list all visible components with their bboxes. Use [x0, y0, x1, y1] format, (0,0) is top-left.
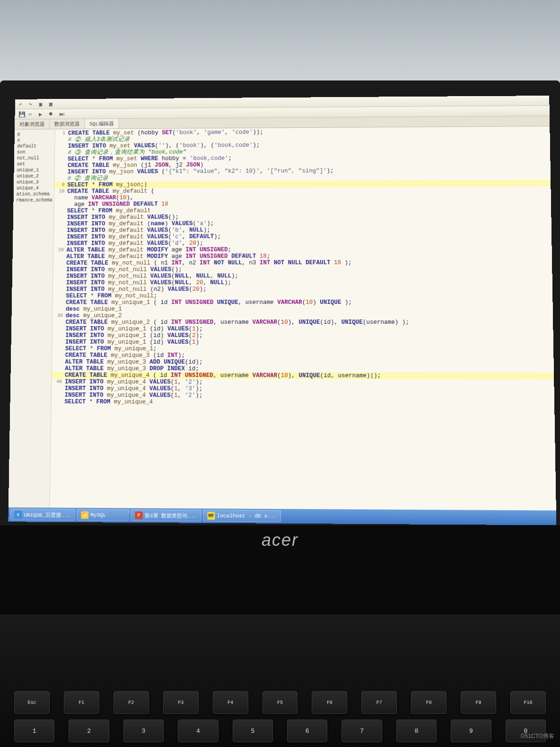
tab-sql-editor[interactable]: SQL编辑器 — [85, 119, 119, 129]
key-3[interactable]: 3 — [123, 720, 164, 742]
key-f1[interactable]: F1 — [64, 691, 99, 714]
line-number: 40 — [52, 379, 65, 385]
taskbar-item[interactable]: eUNIQUE_百度搜... — [10, 509, 75, 521]
folder-icon: 📁 — [81, 511, 88, 519]
key-f6[interactable]: F6 — [312, 691, 347, 714]
sidebar-item-ation_schema[interactable]: ation_schema — [14, 191, 54, 197]
code-line[interactable]: INSERT INTO my_unique_1 (id) VALUES(2); — [52, 332, 553, 339]
key-6[interactable]: 6 — [287, 720, 327, 742]
code-line[interactable]: desc my_unique_1 — [52, 306, 553, 312]
key-f5[interactable]: F5 — [262, 691, 298, 714]
sidebar-item-unique_1[interactable]: unique_1 — [14, 167, 54, 173]
cut-icon[interactable]: ✂ — [29, 111, 35, 117]
key-f10[interactable]: F10 — [510, 691, 546, 714]
line-number — [53, 240, 67, 247]
sidebar-item-rmance_schema[interactable]: rmance_schema — [13, 197, 53, 204]
code-line[interactable]: SELECT * FROM my_not_null; — [53, 293, 553, 300]
line-number — [54, 169, 68, 176]
monitor-frame: ↶ ↷ ▣ ▦ 💾 ✂ ▶ ■ ⏭ 对象浏览器 数据浏览器 SQL编辑器 psd… — [0, 80, 560, 525]
key-8[interactable]: 8 — [396, 720, 437, 742]
code-text: desc my_unique_2 — [66, 312, 553, 319]
key-f4[interactable]: F4 — [213, 691, 248, 714]
line-number — [55, 162, 68, 169]
key-f2[interactable]: F2 — [114, 691, 149, 714]
code-line[interactable]: INSERT INTO my_unique_1 (id) VALUES(1); — [52, 326, 553, 332]
line-number — [52, 392, 65, 399]
tab-object-browser[interactable]: 对象浏览器 — [15, 119, 50, 129]
key-2[interactable]: 2 — [69, 720, 109, 742]
line-number — [52, 332, 66, 339]
taskbar-item[interactable]: P第3章 数据类型与... — [131, 509, 201, 521]
code-text: INSERT INTO my_not_null VALUES(NULL, NUL… — [66, 272, 552, 279]
line-number: 20 — [53, 247, 67, 254]
code-line[interactable]: SELECT * FROM my_unique_4 — [52, 399, 555, 407]
line-number — [55, 156, 68, 162]
code-editor[interactable]: 1CREATE TABLE my_set (hobby SET('book', … — [50, 126, 556, 510]
key-esc[interactable]: Esc — [14, 691, 50, 714]
key-5[interactable]: 5 — [233, 720, 273, 742]
key-4[interactable]: 4 — [178, 720, 218, 742]
keyboard-fn-row: EscF1F2F3F4F5F6F7F8F9F10 — [14, 691, 546, 714]
ppt-icon: P — [135, 511, 142, 519]
copy-icon[interactable]: ▣ — [39, 101, 45, 107]
line-number — [53, 299, 66, 306]
redo-icon[interactable]: ↷ — [29, 101, 35, 107]
code-text: INSERT INTO my_not_null VALUES(NULL, 20,… — [66, 279, 552, 286]
line-number — [52, 339, 65, 346]
tab-data-browser[interactable]: 数据浏览器 — [50, 119, 85, 129]
line-number — [54, 227, 67, 234]
stop-icon[interactable]: ■ — [49, 111, 55, 117]
code-line[interactable]: CREATE TABLE my_unique_3 (id INT); — [52, 352, 554, 359]
step-icon[interactable]: ⏭ — [59, 111, 66, 117]
line-number — [55, 150, 68, 156]
code-text: ALTER TABLE my_unique_3 DROP INDEX id; — [65, 365, 554, 373]
code-line[interactable]: SELECT * FROM my_unique_1; — [52, 346, 553, 353]
sidebar-item-son[interactable]: son — [14, 149, 54, 155]
taskbar-item[interactable]: MFlocalhost - db s... — [203, 510, 281, 522]
sidebar-item-default[interactable]: default — [14, 143, 54, 149]
key-f7[interactable]: F7 — [361, 691, 397, 714]
code-text: CREATE TABLE my_unique_3 (id INT); — [65, 352, 554, 359]
mf-icon: MF — [207, 512, 215, 519]
code-line[interactable]: INSERT INTO my_not_null VALUES(NULL, 20,… — [53, 279, 552, 286]
sidebar-item-set[interactable]: set — [14, 161, 54, 167]
code-text: SELECT * FROM my_not_null; — [66, 293, 552, 300]
line-number — [54, 208, 67, 214]
sidebar-item-not_null[interactable]: not_null — [14, 155, 54, 161]
sidebar-item-unique_2[interactable]: unique_2 — [14, 173, 54, 179]
code-line[interactable]: INSERT INTO my_unique_1 (id) VALUES(1) — [52, 339, 553, 346]
run-icon[interactable]: ▶ — [39, 111, 45, 117]
code-line[interactable]: INSERT INTO my_not_null VALUES(NULL, NUL… — [53, 272, 552, 279]
key-1[interactable]: 1 — [14, 720, 54, 742]
line-number — [53, 260, 67, 267]
key-7[interactable]: 7 — [341, 720, 382, 742]
line-number — [53, 280, 66, 286]
taskbar-item[interactable]: 📁MySQL — [77, 509, 129, 521]
key-9[interactable]: 9 — [451, 720, 491, 742]
sidebar-item-unique_4[interactable]: unique_4 — [14, 185, 54, 191]
paste-icon[interactable]: ▦ — [49, 101, 56, 107]
line-number — [55, 143, 68, 150]
line-number — [54, 201, 67, 208]
line-number — [52, 372, 65, 379]
key-f3[interactable]: F3 — [163, 691, 199, 714]
key-f8[interactable]: F8 — [411, 691, 446, 714]
key-f9[interactable]: F9 — [461, 691, 496, 714]
sidebar-item-s[interactable]: s — [15, 137, 55, 143]
taskbar-label: UNIQUE_百度搜... — [24, 511, 70, 519]
taskbar-label: 第3章 数据类型与... — [145, 512, 197, 519]
code-text: INSERT INTO my_not_null (n2) VALUES(20); — [66, 285, 552, 293]
code-text: INSERT INTO my_unique_1 (id) VALUES(2); — [65, 332, 553, 339]
code-text: INSERT INTO my_not_null VALUES(); — [66, 266, 552, 273]
code-line[interactable]: 30desc my_unique_2 — [52, 312, 553, 319]
save-icon[interactable]: 💾 — [18, 111, 25, 117]
watermark: ©51CTO博客 — [521, 732, 554, 740]
code-line[interactable]: INSERT INTO my_not_null (n2) VALUES(20); — [53, 285, 552, 293]
undo-icon[interactable]: ↶ — [19, 101, 26, 107]
code-line[interactable]: CREATE TABLE my_unique_1 ( id INT UNSIGN… — [53, 299, 553, 306]
sidebar-item-p[interactable]: p — [15, 131, 55, 137]
code-line[interactable]: CREATE TABLE my_unique_2 ( id INT UNSIGN… — [52, 319, 553, 326]
sidebar-item-unique_3[interactable]: unique_3 — [14, 179, 54, 185]
code-line[interactable]: ALTER TABLE my_unique_3 ADD UNIQUE(id); — [52, 359, 554, 366]
line-number — [54, 221, 67, 227]
